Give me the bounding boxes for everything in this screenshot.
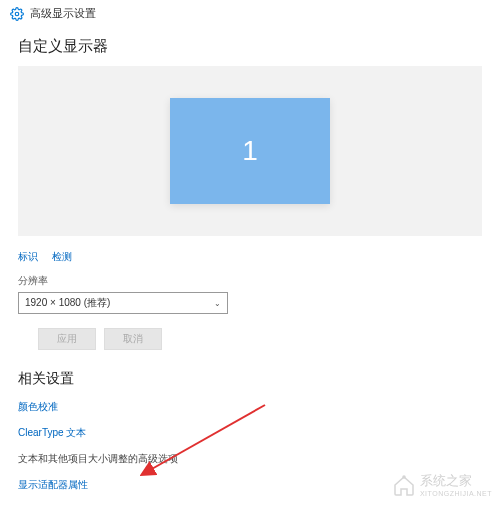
detect-link[interactable]: 检测 bbox=[52, 251, 72, 262]
cancel-button: 取消 bbox=[104, 328, 162, 350]
color-calibration-link[interactable]: 颜色校准 bbox=[18, 400, 482, 414]
window-header: 高级显示设置 bbox=[0, 0, 500, 27]
chevron-down-icon: ⌄ bbox=[214, 299, 221, 308]
custom-display-heading: 自定义显示器 bbox=[18, 37, 482, 56]
identify-link[interactable]: 标识 bbox=[18, 251, 38, 262]
adapter-properties-link[interactable]: 显示适配器属性 bbox=[18, 478, 482, 492]
monitor-number: 1 bbox=[242, 135, 258, 167]
monitor-1[interactable]: 1 bbox=[170, 98, 330, 204]
cleartype-link[interactable]: ClearType 文本 bbox=[18, 426, 482, 440]
monitor-preview-area[interactable]: 1 bbox=[18, 66, 482, 236]
gear-icon bbox=[10, 7, 24, 21]
text-sizing-link[interactable]: 文本和其他项目大小调整的高级选项 bbox=[18, 452, 482, 466]
related-settings-heading: 相关设置 bbox=[18, 370, 482, 388]
resolution-dropdown[interactable]: 1920 × 1080 (推荐) ⌄ bbox=[18, 292, 228, 314]
resolution-value: 1920 × 1080 (推荐) bbox=[25, 296, 110, 310]
apply-button: 应用 bbox=[38, 328, 96, 350]
window-title: 高级显示设置 bbox=[30, 6, 96, 21]
resolution-label: 分辨率 bbox=[18, 274, 482, 288]
svg-point-0 bbox=[15, 12, 19, 16]
